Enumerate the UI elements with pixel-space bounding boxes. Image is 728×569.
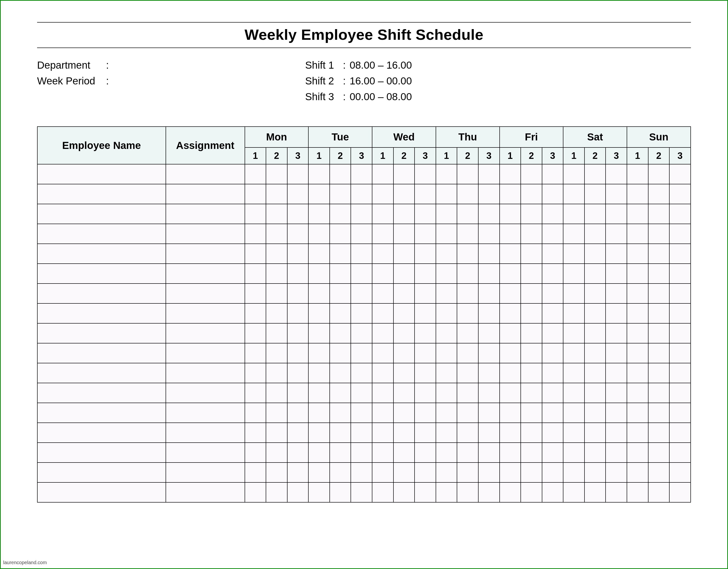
cell-shift (584, 283, 606, 304)
colon: : (340, 73, 349, 89)
col-shift-num: 2 (584, 147, 606, 164)
cell-shift (351, 482, 372, 502)
cell-shift (330, 224, 351, 244)
cell-shift (436, 283, 457, 304)
cell-shift (584, 263, 606, 283)
cell-shift (627, 304, 648, 323)
table-row (37, 403, 691, 423)
page-title: Weekly Employee Shift Schedule (37, 26, 691, 43)
cell-shift (415, 323, 436, 343)
cell-shift (648, 224, 670, 244)
cell-shift (287, 323, 309, 343)
cell-shift (372, 204, 393, 224)
col-shift-num: 1 (436, 147, 457, 164)
cell-shift (457, 164, 478, 184)
cell-shift (584, 224, 606, 244)
cell-shift (500, 363, 521, 383)
cell-shift (308, 343, 330, 363)
cell-shift (627, 383, 648, 403)
colon: : (340, 57, 349, 73)
cell-shift (245, 423, 266, 443)
cell-shift (521, 423, 542, 443)
cell-shift (563, 343, 584, 363)
cell-shift (542, 443, 563, 463)
table-row (37, 463, 691, 482)
cell-shift (627, 244, 648, 263)
cell-shift (521, 164, 542, 184)
cell-shift (372, 263, 393, 283)
cell-shift (393, 363, 415, 383)
cell-shift (351, 343, 372, 363)
cell-shift (478, 224, 500, 244)
page-frame: Weekly Employee Shift Schedule Departmen… (0, 0, 728, 569)
cell-shift (606, 463, 627, 482)
cell-shift (351, 443, 372, 463)
cell-assignment (166, 164, 245, 184)
cell-shift (542, 323, 563, 343)
cell-assignment (166, 343, 245, 363)
cell-shift (393, 343, 415, 363)
cell-shift (584, 323, 606, 343)
table-row (37, 363, 691, 383)
cell-shift (436, 482, 457, 502)
table-row (37, 343, 691, 363)
cell-shift (372, 224, 393, 244)
cell-shift (563, 403, 584, 423)
schedule-table: Employee Name Assignment Mon Tue Wed Thu… (37, 126, 691, 503)
week-period-line: Week Period : (37, 73, 305, 89)
cell-shift (478, 363, 500, 383)
cell-shift (436, 423, 457, 443)
cell-shift (457, 263, 478, 283)
cell-assignment (166, 184, 245, 204)
cell-employee-name (37, 443, 166, 463)
cell-shift (372, 184, 393, 204)
cell-employee-name (37, 482, 166, 502)
cell-shift (584, 304, 606, 323)
cell-shift (542, 263, 563, 283)
cell-shift (436, 263, 457, 283)
cell-shift (457, 443, 478, 463)
cell-shift (351, 403, 372, 423)
col-day-fri: Fri (500, 127, 563, 147)
cell-shift (330, 443, 351, 463)
cell-shift (521, 283, 542, 304)
cell-shift (521, 463, 542, 482)
cell-shift (308, 363, 330, 383)
cell-shift (521, 443, 542, 463)
cell-assignment (166, 263, 245, 283)
cell-shift (669, 263, 691, 283)
cell-shift (330, 463, 351, 482)
cell-shift (627, 323, 648, 343)
col-shift-num: 3 (478, 147, 500, 164)
col-day-mon: Mon (245, 127, 309, 147)
table-row (37, 323, 691, 343)
cell-shift (372, 383, 393, 403)
cell-shift (648, 403, 670, 423)
cell-shift (393, 164, 415, 184)
cell-shift (287, 184, 309, 204)
cell-shift (627, 204, 648, 224)
cell-shift (245, 263, 266, 283)
cell-shift (627, 403, 648, 423)
cell-shift (457, 482, 478, 502)
cell-shift (372, 363, 393, 383)
cell-shift (606, 343, 627, 363)
cell-shift (457, 204, 478, 224)
cell-shift (393, 184, 415, 204)
cell-shift (563, 423, 584, 443)
col-assignment: Assignment (166, 127, 245, 164)
cell-shift (287, 443, 309, 463)
cell-shift (521, 363, 542, 383)
cell-shift (266, 363, 287, 383)
cell-shift (648, 383, 670, 403)
shift-1-label: Shift 1 (305, 57, 339, 73)
cell-shift (584, 363, 606, 383)
cell-shift (563, 482, 584, 502)
cell-shift (308, 283, 330, 304)
cell-shift (245, 164, 266, 184)
cell-shift (478, 443, 500, 463)
cell-shift (500, 343, 521, 363)
table-row (37, 443, 691, 463)
cell-shift (457, 244, 478, 263)
cell-shift (351, 224, 372, 244)
